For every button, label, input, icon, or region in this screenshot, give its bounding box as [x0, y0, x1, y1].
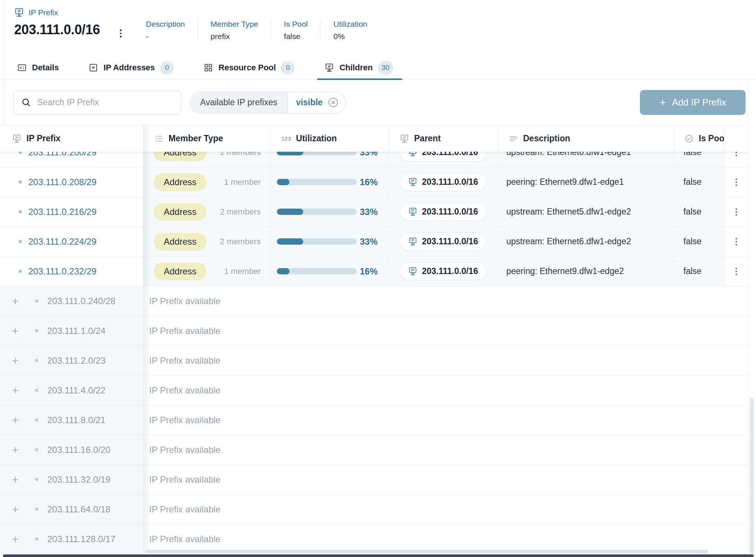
available-row: + 203.111.128.0/17 IP Prefix available	[0, 524, 748, 554]
utilization-bar-fill	[277, 238, 303, 245]
add-prefix-plus-icon[interactable]: +	[11, 474, 19, 486]
prefix-link[interactable]: 203.111.0.224/29	[28, 236, 96, 247]
breadcrumb[interactable]: IP IP Prefix	[14, 7, 756, 17]
column-header-utilization[interactable]: 123 Utilization	[270, 125, 389, 152]
actions-cell	[724, 167, 748, 197]
description-cell: upstream: Ethernet5.dfw1-edge2	[498, 197, 673, 226]
meta-description: Description -	[133, 20, 198, 41]
page-title: 203.111.0.0/16	[14, 22, 100, 38]
actions-cell	[724, 227, 748, 256]
parent-pill[interactable]: IP 203.111.0.0/16	[400, 232, 487, 251]
column-header-ip-prefix[interactable]: IP IP Prefix	[0, 125, 143, 152]
add-prefix-plus-icon[interactable]: +	[11, 414, 19, 426]
filter-remove-icon[interactable]	[327, 97, 339, 108]
add-prefix-plus-icon[interactable]: +	[11, 533, 19, 545]
tab-details[interactable]: A Details	[14, 56, 62, 80]
prefix-link[interactable]: 203.111.0.232/29	[28, 266, 96, 277]
available-label: IP Prefix available	[143, 465, 748, 494]
meta-label: Is Pool	[284, 20, 308, 29]
available-prefix-label: 203.111.8.0/21	[47, 415, 106, 425]
row-menu-button[interactable]	[733, 265, 740, 278]
available-prefix-label: 203.111.16.0/20	[47, 445, 110, 455]
svg-text:IP: IP	[411, 268, 414, 272]
filter-chip[interactable]: Available IP prefixes visible	[190, 92, 346, 113]
prefix-link[interactable]: 203.111.0.208/29	[28, 177, 96, 187]
prefix-cell: 203.111.0.208/29	[0, 167, 143, 197]
svg-text:IP: IP	[328, 65, 331, 68]
table-row: 203.111.0.208/29 Address 1 member 16% IP…	[0, 167, 748, 197]
ip-prefix-icon: IP	[408, 237, 417, 246]
column-header-description[interactable]: Description	[498, 125, 673, 152]
title-menu-button[interactable]	[117, 26, 125, 41]
svg-text:IP: IP	[17, 9, 21, 13]
column-header-parent[interactable]: IP Parent	[389, 125, 498, 152]
description-cell: peering: Ethernet9.dfw1-edge2	[498, 257, 673, 286]
add-ip-prefix-button[interactable]: + Add IP Prefix	[640, 90, 746, 115]
available-prefix-label: 203.111.1.0/24	[47, 326, 106, 336]
prefix-cell: + 203.111.2.0/23	[0, 346, 143, 375]
column-label: Description	[523, 133, 570, 144]
tab-count-badge: 0	[281, 61, 295, 75]
add-prefix-plus-icon[interactable]: +	[11, 444, 19, 456]
check-circle-icon	[684, 134, 694, 144]
member-type-cell: Address 2 members	[143, 227, 270, 256]
tab-children[interactable]: IP Children 30	[321, 56, 396, 80]
row-menu-button[interactable]	[733, 176, 740, 189]
member-type-badge: Address	[154, 203, 206, 221]
row-menu-button[interactable]	[733, 235, 740, 248]
search-input[interactable]	[37, 97, 174, 107]
prefix-cell: + 203.111.1.0/24	[0, 316, 143, 345]
bullet-dot-icon	[35, 329, 38, 332]
tab-label: Resource Pool	[218, 63, 276, 73]
utilization-cell: 33%	[270, 227, 389, 256]
filter-chip-value: visible	[288, 92, 346, 113]
search-box[interactable]	[13, 91, 182, 115]
svg-text:IP: IP	[411, 179, 414, 183]
ip-prefix-icon: IP	[12, 134, 22, 144]
prefix-cell: + 203.111.32.0/19	[0, 465, 143, 494]
utilization-cell: 16%	[270, 167, 389, 197]
description-cell: upstream: Ethernet6.dfw1-edge2	[498, 227, 673, 256]
add-prefix-plus-icon[interactable]: +	[11, 295, 19, 307]
bullet-dot-icon	[35, 359, 38, 362]
bullet-dot-icon	[35, 389, 38, 392]
breadcrumb-label[interactable]: IP Prefix	[29, 8, 58, 17]
meta-member-type: Member Type prefix	[198, 20, 271, 41]
bullet-dot-icon	[35, 478, 38, 481]
plus-icon: +	[660, 97, 666, 108]
vertical-scrollbar	[748, 80, 756, 557]
tab-ip-addresses[interactable]: IP IP Addresses 0	[86, 56, 177, 80]
search-icon	[21, 97, 31, 107]
meta-label: Description	[146, 20, 185, 29]
available-prefix-label: 203.111.128.0/17	[47, 534, 115, 544]
parent-pill[interactable]: IP 203.111.0.0/16	[400, 262, 487, 280]
row-menu-button[interactable]	[733, 205, 740, 219]
prefix-cell: 203.111.0.216/29	[0, 197, 143, 226]
column-header-is-pool[interactable]: Is Pool	[673, 125, 724, 152]
column-header-member-type[interactable]: Member Type	[143, 125, 270, 152]
horizontal-scrollbar-thumb[interactable]	[146, 550, 708, 553]
member-count: 1 member	[224, 267, 261, 276]
add-prefix-plus-icon[interactable]: +	[11, 355, 19, 367]
available-label: IP Prefix available	[143, 524, 748, 554]
parent-pill[interactable]: IP 203.111.0.0/16	[400, 203, 487, 221]
ip-prefix-icon: IP	[400, 134, 409, 144]
vertical-scrollbar-thumb[interactable]	[750, 398, 754, 554]
tab-resource-pool[interactable]: Resource Pool 0	[201, 56, 298, 80]
prefix-cell: + 203.111.4.0/22	[0, 376, 143, 405]
available-row: + 203.111.16.0/20 IP Prefix available	[0, 435, 748, 465]
prefix-cell: + 203.111.64.0/18	[0, 495, 143, 524]
tab-count-badge: 30	[378, 61, 393, 75]
prefix-link[interactable]: 203.111.0.216/29	[28, 207, 96, 217]
meta-label: Member Type	[211, 20, 258, 29]
prefix-cell: + 203.111.16.0/20	[0, 435, 143, 464]
add-prefix-plus-icon[interactable]: +	[11, 384, 19, 396]
is-pool-cell: false	[673, 197, 724, 226]
add-prefix-plus-icon[interactable]: +	[11, 325, 19, 337]
actions-cell	[724, 197, 748, 226]
utilization-bar	[277, 268, 357, 274]
column-label: Utilization	[296, 133, 337, 144]
add-prefix-plus-icon[interactable]: +	[11, 503, 19, 515]
parent-pill[interactable]: IP 203.111.0.0/16	[400, 173, 487, 191]
utilization-cell: 33%	[270, 197, 389, 226]
